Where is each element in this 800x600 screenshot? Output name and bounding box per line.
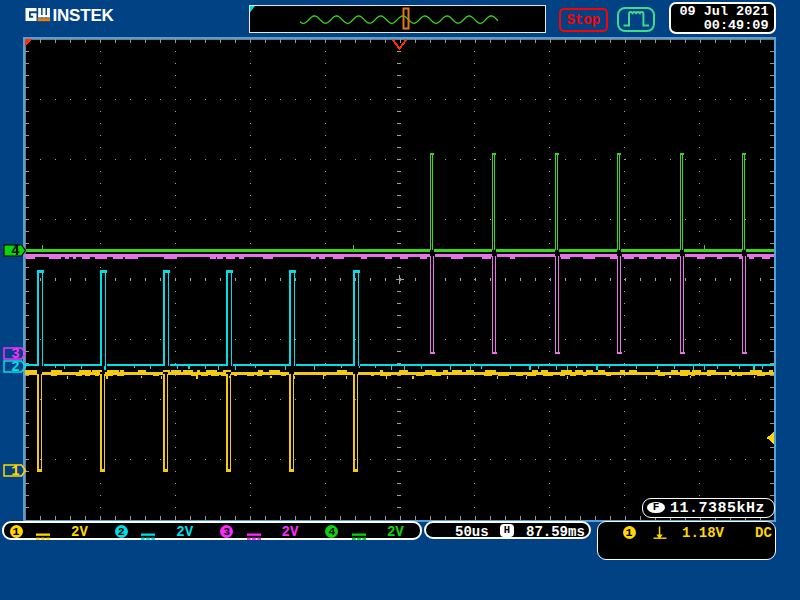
svg-text:2: 2	[11, 360, 19, 373]
svg-text:3: 3	[11, 347, 19, 360]
svg-text:INSTEK: INSTEK	[53, 7, 115, 23]
svg-text:4: 4	[11, 244, 19, 257]
svg-text:1: 1	[11, 464, 19, 477]
